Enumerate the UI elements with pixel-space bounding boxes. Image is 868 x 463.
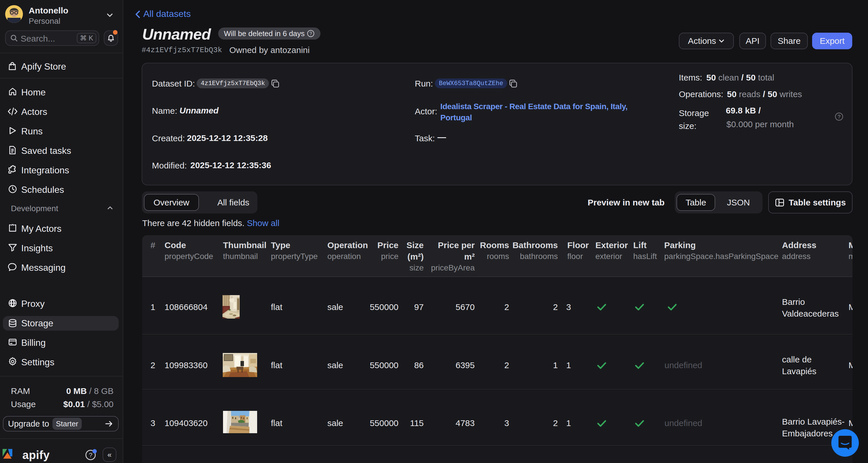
svg-text:?: ?: [89, 452, 92, 459]
svg-text:?: ?: [310, 31, 312, 36]
svg-text:?: ?: [838, 114, 840, 120]
